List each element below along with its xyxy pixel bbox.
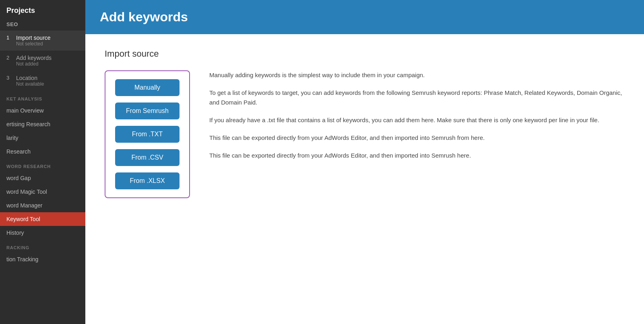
btn-from-semrush[interactable]: From Semrush	[115, 103, 180, 119]
step-1-item[interactable]: 1 Import source Not selected	[0, 31, 85, 51]
step-3-item[interactable]: 3 Location Not available	[0, 71, 85, 91]
btn-manually[interactable]: Manually	[115, 79, 180, 96]
sidebar-item-main-overview[interactable]: main Overview	[0, 104, 85, 117]
sidebar-seo-label: SEO	[0, 18, 85, 31]
desc-1: Manually adding keywords is the simplest…	[209, 70, 625, 80]
main-content: Add keywords Import source Manually From…	[85, 0, 644, 324]
import-source-heading: Import source	[105, 49, 625, 59]
step-3-sub: Not available	[16, 81, 44, 87]
step-1-title: Import source	[16, 35, 51, 41]
desc-2: To get a list of keywords to target, you…	[209, 88, 625, 107]
step-3-title: Location	[16, 75, 44, 81]
desc-3: If you already have a .txt file that con…	[209, 115, 625, 125]
sidebar-item-history[interactable]: History	[0, 226, 85, 240]
tracking-label: RACKING	[0, 240, 85, 252]
desc-5: This file can be exported directly from …	[209, 151, 625, 160]
step-2-sub: Not added	[16, 61, 52, 67]
page-body: Import source Manually From Semrush From…	[85, 34, 644, 324]
sidebar-item-advertising-research[interactable]: ertising Research	[0, 117, 85, 131]
step-2-item[interactable]: 2 Add keywords Not added	[0, 51, 85, 71]
description-panel: Manually adding keywords is the simplest…	[209, 70, 625, 168]
sidebar-item-keyword-tool[interactable]: Keyword Tool	[0, 212, 85, 226]
sidebar-item-tracking[interactable]: tion Tracking	[0, 252, 85, 266]
step-3-number: 3	[6, 75, 12, 81]
btn-from-txt[interactable]: From .TXT	[115, 126, 180, 143]
page-header: Add keywords	[85, 0, 644, 34]
import-button-panel: Manually From Semrush From .TXT From .CS…	[105, 70, 190, 198]
btn-from-xlsx[interactable]: From .XLSX	[115, 172, 180, 189]
desc-4: This file can be exported directly from …	[209, 133, 625, 143]
sidebar-item-word-manager[interactable]: word Manager	[0, 199, 85, 212]
word-research-label: WORD RESEARCH	[0, 158, 85, 171]
step-1-number: 1	[6, 35, 12, 41]
import-layout: Manually From Semrush From .TXT From .CS…	[105, 70, 625, 198]
step-2-number: 2	[6, 55, 12, 61]
btn-from-csv[interactable]: From .CSV	[115, 149, 180, 166]
sidebar-item-research[interactable]: Research	[0, 145, 85, 158]
sidebar: Projects SEO 1 Import source Not selecte…	[0, 0, 85, 324]
page-title: Add keywords	[100, 10, 630, 25]
sidebar-item-word-magic-tool[interactable]: word Magic Tool	[0, 185, 85, 199]
step-1-sub: Not selected	[16, 41, 51, 47]
sidebar-item-word-gap[interactable]: word Gap	[0, 171, 85, 185]
step-2-title: Add keywords	[16, 55, 52, 61]
sidebar-item-clarity[interactable]: larity	[0, 131, 85, 145]
sidebar-projects-label: Projects	[0, 0, 85, 18]
ket-analysis-label: KET ANALYSIS	[0, 91, 85, 104]
